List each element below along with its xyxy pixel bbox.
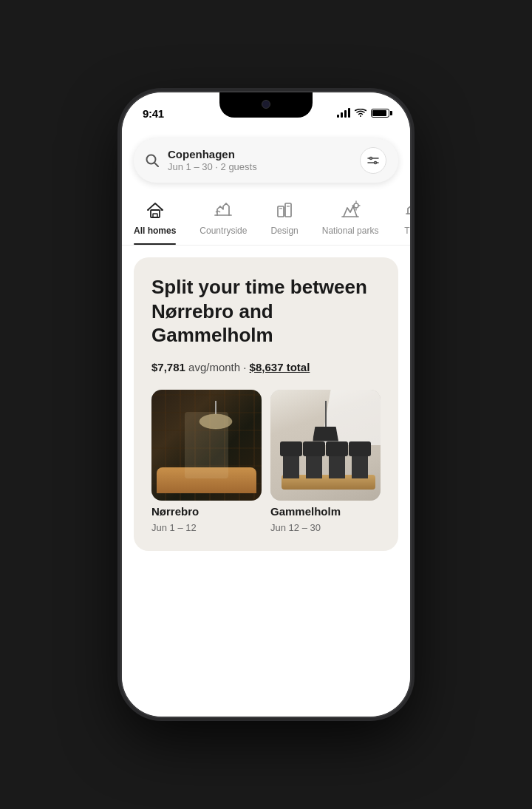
category-tabs: All homes Countryside (122, 192, 410, 246)
norrebro-name: Nørrebro (151, 505, 262, 518)
tab-tiny-label: Tiny (404, 226, 410, 236)
split-card[interactable]: Split your time between Nørrebro and Gam… (134, 257, 398, 551)
tab-tiny[interactable]: Tiny (390, 194, 410, 245)
svg-rect-14 (285, 203, 291, 217)
split-images: Nørrebro Jun 1 – 12 (151, 390, 381, 533)
norrebro-image (151, 390, 262, 501)
search-details: Jun 1 – 30 · 2 guests (168, 161, 351, 173)
home-icon (145, 200, 166, 221)
search-icon (146, 154, 159, 167)
signal-icon (337, 109, 350, 118)
front-camera (262, 100, 270, 109)
battery-icon (371, 109, 389, 118)
status-icons (337, 109, 389, 118)
national-parks-icon (340, 200, 361, 221)
norrebro-dates: Jun 1 – 12 (151, 522, 262, 533)
svg-point-25 (200, 414, 232, 429)
avg-suffix: avg/month · (188, 361, 250, 373)
gammelholm-name: Gammelholm (270, 505, 381, 518)
wifi-icon (355, 109, 366, 118)
tab-all-homes[interactable]: All homes (122, 194, 188, 245)
phone-screen: 9:41 (122, 92, 410, 717)
filter-button[interactable] (360, 147, 386, 174)
tab-design[interactable]: Design (259, 194, 310, 245)
split-price: $7,781 avg/month · $8,637 total (151, 359, 381, 375)
search-text: Copenhagen Jun 1 – 30 · 2 guests (168, 148, 351, 173)
countryside-icon (213, 200, 233, 221)
phone-frame: 9:41 (122, 92, 410, 717)
search-section: Copenhagen Jun 1 – 30 · 2 guests (122, 129, 410, 192)
search-location: Copenhagen (168, 148, 351, 161)
design-icon (274, 200, 295, 221)
tiny-icon (402, 200, 410, 221)
tab-all-homes-label: All homes (134, 226, 176, 236)
notch (219, 92, 313, 118)
svg-line-1 (154, 163, 158, 166)
gammelholm-dates: Jun 12 – 30 (270, 522, 381, 533)
tab-design-label: Design (270, 226, 298, 236)
location-card-norrebro[interactable]: Nørrebro Jun 1 – 12 (151, 390, 262, 533)
tab-national-parks-label: National parks (322, 226, 379, 236)
split-title: Split your time between Nørrebro and Gam… (151, 275, 381, 348)
gammelholm-image (270, 390, 381, 501)
main-content: Split your time between Nørrebro and Gam… (122, 246, 410, 717)
avg-price: $7,781 (151, 361, 185, 373)
tab-countryside-label: Countryside (200, 226, 247, 236)
total-price: $8,637 total (250, 361, 310, 373)
svg-point-17 (354, 203, 358, 208)
svg-rect-13 (278, 206, 284, 217)
status-time: 9:41 (143, 107, 164, 120)
tab-national-parks[interactable]: National parks (310, 194, 391, 245)
svg-rect-9 (153, 214, 157, 217)
tab-countryside[interactable]: Countryside (188, 194, 259, 245)
location-card-gammelholm[interactable]: Gammelholm Jun 12 – 30 (270, 390, 381, 533)
search-bar[interactable]: Copenhagen Jun 1 – 30 · 2 guests (134, 138, 398, 183)
